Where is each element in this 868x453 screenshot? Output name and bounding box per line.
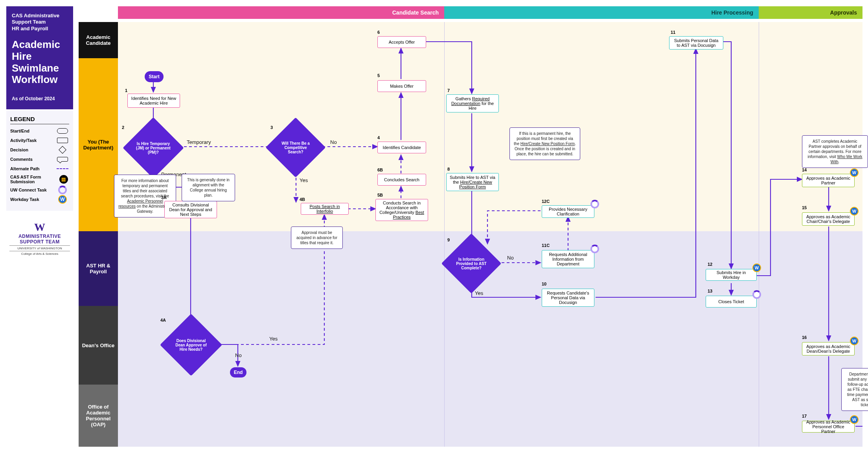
num-5: 5 (377, 73, 380, 78)
label-temporary: Temporary (187, 139, 211, 145)
uwconnect-icon (590, 245, 599, 253)
task-15: Approves as Academic Chair/Chair's Deleg… (802, 212, 855, 226)
decision-3: Will There Be a Competitive Search? (274, 126, 317, 169)
footer-uw: UNIVERSITY of WASHINGTON (9, 245, 70, 251)
task-6b: Concludes Search (377, 174, 426, 186)
task-11c: Requests Additional Information from Dep… (542, 250, 594, 268)
label-no-1: No (330, 139, 337, 145)
phase-approvals: Approvals (759, 6, 862, 19)
workday-icon: W (850, 337, 859, 345)
uwconnect-icon (56, 186, 69, 193)
phase-candidate-search: Candidate Search (118, 6, 444, 19)
num-15: 15 (802, 205, 807, 210)
task-4: Identifies Candidate (377, 142, 426, 153)
task-5: Makes Offer (377, 80, 426, 92)
num-2: 2 (122, 125, 124, 130)
start-node: Start (145, 71, 164, 82)
rect-icon (56, 137, 69, 144)
label-yes-3: Yes (475, 290, 483, 296)
flow-canvas: Start 1 Identifies Need for New Academic… (118, 22, 862, 447)
num-7: 7 (447, 88, 450, 93)
num-1: 1 (125, 88, 127, 93)
workday-icon: W (752, 263, 761, 272)
comment-6: Departments should submit any necessary … (841, 368, 868, 411)
num-3a: 3A (161, 195, 167, 200)
legend-comments: Comments (10, 156, 69, 163)
task-4b: Posts Search in Interfolio (301, 203, 349, 215)
legend-form: CAS AST Form Submission▤ (10, 175, 69, 184)
task-12c: Provides Necessary Clarification (542, 205, 594, 218)
task-10: Requests Candidate's Personal Data via D… (542, 289, 594, 307)
workday-icon: W (850, 207, 859, 215)
workday-icon: W (56, 196, 69, 203)
sidebar: CAS Administrative Support Team HR and P… (6, 6, 73, 256)
end-node-1: End (230, 367, 246, 378)
num-11c: 11C (542, 243, 550, 248)
label-no-3: No (507, 255, 514, 261)
footer-logo: W ADMINISTRATIVE SUPPORT TEAM UNIVERSITY… (6, 221, 73, 256)
diagram-date: As of October 2024 (12, 96, 68, 101)
num-5b: 5B (377, 193, 383, 197)
diamond-icon (56, 146, 69, 153)
oval-icon (56, 127, 69, 134)
swimlane-area: Candidate Search Hire Processing Approva… (79, 6, 862, 447)
task-17: Approves as Academic Personnel Office Pa… (802, 421, 855, 433)
num-10: 10 (542, 282, 546, 286)
task-7: Gathers Required Documentation for the H… (446, 94, 499, 112)
num-8: 8 (447, 167, 450, 171)
comment-2: This is generally done in alignment with… (182, 174, 235, 201)
diagram-title: Academic Hire Swimlane Workflow (12, 39, 68, 86)
comment-4: If this is a permanent hire, the positio… (509, 127, 580, 160)
uwconnect-icon (590, 200, 599, 208)
label-no-2: No (235, 352, 242, 358)
lane-deans-office: Dean's Office (79, 306, 118, 385)
lane-department: You (The Department) (79, 58, 118, 231)
comment-5: AST completes Academic Partner approvals… (802, 135, 868, 168)
num-6b: 6B (377, 168, 383, 172)
uw-w-icon: W (6, 221, 73, 234)
decision-4a: Does Divisional Dean Approve of Hire Nee… (169, 323, 213, 367)
workday-icon: W (850, 168, 859, 177)
legend-wd: Workday TaskW (10, 196, 69, 203)
task-5b: Conducts Search in Accordance with Colle… (375, 199, 428, 221)
num-4a: 4A (160, 318, 166, 322)
num-3: 3 (270, 125, 273, 130)
team-name: CAS Administrative Support Team HR and P… (12, 13, 68, 32)
label-yes-1: Yes (300, 177, 308, 183)
num-9: 9 (447, 238, 450, 242)
decision-2: Is Hire Temporary (JM) or Permanent (PM)… (132, 126, 175, 169)
edges (118, 22, 862, 447)
task-8: Submits Hire to AST via the Hire/Create … (446, 173, 499, 191)
legend-decision: Decision (10, 146, 69, 153)
workday-icon: W (850, 415, 859, 424)
num-12c: 12C (542, 199, 550, 204)
num-13: 13 (708, 289, 712, 293)
lane-oap: Office of Academic Personnel (OAP) (79, 385, 118, 447)
legend-alt-path: Alternate Path (10, 165, 69, 172)
dash-icon (56, 165, 69, 172)
task-11: Submits Personal Data to AST via Docusig… (669, 36, 723, 50)
num-4: 4 (377, 135, 380, 140)
task-6: Accepts Offer (377, 36, 426, 48)
comment-icon (56, 156, 69, 163)
task-12: Submits Hire in Workday (706, 269, 757, 281)
footer-ast: ADMINISTRATIVE SUPPORT TEAM (6, 234, 73, 245)
num-16: 16 (802, 335, 807, 340)
num-14: 14 (802, 168, 807, 172)
num-12: 12 (708, 262, 712, 267)
task-14: Approves as Academic Partner (802, 174, 855, 187)
num-4b: 4B (300, 197, 305, 202)
comment-3: Approval must be acquired in advance for… (291, 226, 343, 249)
task-1: Identifies Need for New Academic Hire (127, 94, 180, 108)
num-11: 11 (671, 30, 675, 35)
legend-start-end: Start/End (10, 127, 69, 134)
num-6: 6 (377, 30, 380, 35)
label-yes-2: Yes (269, 336, 278, 342)
link-interfolio[interactable]: Posts Search in Interfolio (304, 204, 345, 214)
lane-candidate: Academic Candidate (79, 22, 118, 58)
task-16: Approves as Academic Dean/Dean's Delegat… (802, 342, 855, 355)
decision-9: Is Information Provided to AST Complete? (450, 242, 493, 285)
task-13: Closes Ticket (706, 296, 757, 308)
link-hire-form-1[interactable]: Hire/Create New Position Form (520, 142, 575, 146)
legend-uwc: UW Connect Task (10, 186, 69, 193)
